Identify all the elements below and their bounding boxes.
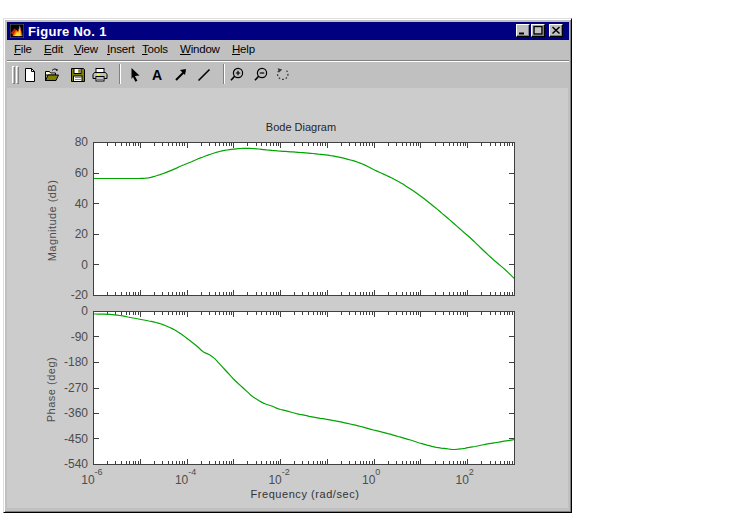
svg-text:10: 10 [268, 473, 282, 487]
svg-text:-90: -90 [71, 330, 89, 344]
svg-text:10: 10 [456, 473, 470, 487]
svg-text:-2: -2 [282, 467, 290, 477]
svg-text:40: 40 [75, 197, 89, 211]
svg-text:0: 0 [81, 258, 88, 272]
svg-text:-180: -180 [64, 355, 88, 369]
svg-text:80: 80 [75, 135, 89, 149]
svg-text:-20: -20 [71, 288, 89, 302]
svg-text:Frequency (rad/sec): Frequency (rad/sec) [251, 488, 360, 500]
svg-text:-450: -450 [64, 432, 88, 446]
svg-text:-360: -360 [64, 406, 88, 420]
svg-text:-6: -6 [95, 467, 103, 477]
svg-text:Magnitude (dB): Magnitude (dB) [46, 180, 58, 262]
svg-text:Bode Diagram: Bode Diagram [266, 121, 336, 133]
svg-text:Phase (deg): Phase (deg) [45, 357, 57, 422]
svg-text:20: 20 [75, 227, 89, 241]
svg-text:60: 60 [75, 166, 89, 180]
svg-text:0: 0 [375, 467, 380, 477]
svg-text:0: 0 [81, 304, 88, 318]
svg-text:10: 10 [175, 473, 189, 487]
svg-text:2: 2 [469, 467, 474, 477]
svg-text:-270: -270 [64, 381, 88, 395]
svg-text:10: 10 [362, 473, 376, 487]
svg-text:10: 10 [81, 473, 95, 487]
svg-text:-4: -4 [188, 467, 196, 477]
svg-text:-540: -540 [64, 457, 88, 471]
